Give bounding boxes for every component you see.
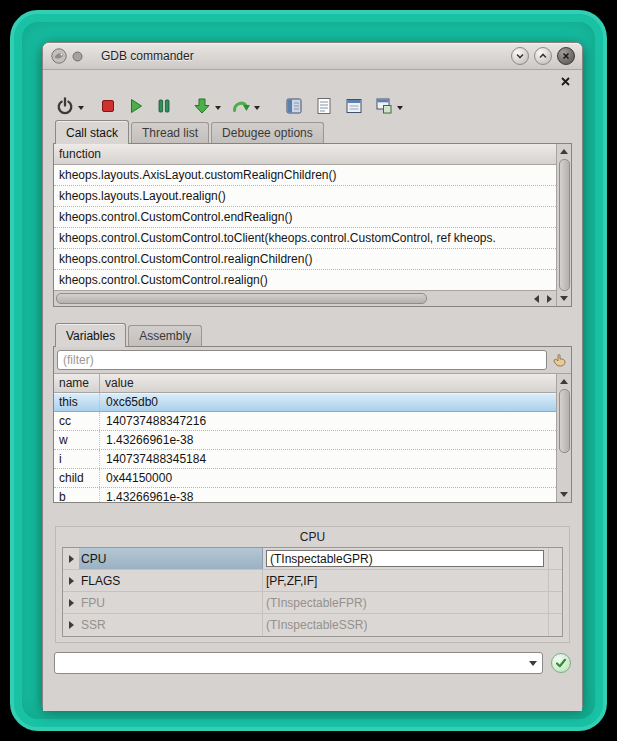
stop-button[interactable] bbox=[98, 94, 118, 118]
cpu-row[interactable]: FLAGS [PF,ZF,IF] bbox=[63, 570, 562, 592]
variable-row[interactable]: b 1.43266961e-38 bbox=[54, 488, 556, 502]
register-group-value: [PF,ZF,IF] bbox=[266, 574, 317, 588]
tab[interactable]: Assembly bbox=[128, 325, 202, 346]
left-arrow-icon bbox=[534, 295, 539, 303]
callstack-row[interactable]: kheops.control.CustomControl.endRealign(… bbox=[54, 207, 556, 228]
filter-options-icon[interactable] bbox=[551, 352, 568, 369]
cpu-row[interactable]: FPU (TInspectableFPR) bbox=[63, 592, 562, 614]
register-group-name[interactable]: SSR bbox=[79, 614, 263, 636]
variables-table-main: name value this 0xc65db0 bbox=[54, 374, 556, 502]
variable-row[interactable]: child 0x44150000 bbox=[54, 469, 556, 488]
register-group-name[interactable]: CPU bbox=[79, 548, 263, 569]
register-group-name[interactable]: FLAGS bbox=[79, 570, 263, 591]
frame-text: kheops.layouts.AxisLayout.customRealignC… bbox=[59, 168, 336, 182]
step-into-dropdown-icon[interactable] bbox=[215, 106, 221, 113]
variable-name: w bbox=[54, 431, 100, 449]
combo-dropdown-button[interactable] bbox=[524, 661, 542, 666]
dock-close-button[interactable] bbox=[559, 75, 572, 88]
show-inspector-button[interactable] bbox=[374, 94, 403, 118]
power-dropdown-icon[interactable] bbox=[78, 106, 84, 113]
command-input[interactable] bbox=[55, 654, 524, 672]
cpu-row[interactable]: CPU (TInspectableGPR) bbox=[63, 548, 562, 570]
scroll-left-button[interactable] bbox=[530, 292, 543, 305]
tab[interactable]: Call stack bbox=[55, 120, 129, 144]
callstack-hscrollbar[interactable] bbox=[54, 290, 556, 306]
scroll-down-button[interactable] bbox=[558, 292, 571, 305]
tab-label: Call stack bbox=[66, 126, 118, 140]
log-window-icon bbox=[284, 96, 304, 116]
titlebar[interactable]: GDB commander bbox=[43, 43, 582, 70]
expand-button[interactable] bbox=[63, 548, 79, 569]
column-header-value[interactable]: value bbox=[100, 374, 556, 392]
expand-arrow-icon bbox=[69, 621, 74, 629]
right-arrow-icon bbox=[547, 295, 552, 303]
register-group-value-cell[interactable]: [PF,ZF,IF] bbox=[263, 570, 548, 591]
variables-vscrollbar[interactable] bbox=[556, 374, 571, 502]
expand-button[interactable] bbox=[63, 592, 79, 613]
column-header-name[interactable]: name bbox=[54, 374, 100, 392]
frame-text: kheops.control.CustomControl.endRealign(… bbox=[59, 210, 292, 224]
variable-row[interactable]: i 140737488345184 bbox=[54, 450, 556, 469]
scroll-down-button[interactable] bbox=[558, 488, 571, 501]
callstack-vscrollbar[interactable] bbox=[556, 144, 571, 306]
register-group-name[interactable]: FPU bbox=[79, 592, 263, 613]
tab-label: Debugee options bbox=[222, 126, 313, 140]
vscroll-thumb[interactable] bbox=[559, 159, 570, 291]
variable-row[interactable]: w 1.43266961e-38 bbox=[54, 431, 556, 450]
app-menu-icon[interactable] bbox=[72, 51, 83, 62]
filter-bar bbox=[54, 347, 571, 373]
expand-button[interactable] bbox=[63, 614, 79, 636]
show-debug-window-button[interactable] bbox=[344, 94, 364, 118]
tab[interactable]: Debugee options bbox=[211, 122, 324, 143]
scroll-up-button[interactable] bbox=[558, 145, 571, 158]
tab[interactable]: Thread list bbox=[131, 122, 209, 143]
show-source-button[interactable] bbox=[314, 94, 334, 118]
expand-arrow-icon bbox=[69, 555, 74, 563]
command-combobox[interactable] bbox=[54, 652, 543, 674]
expand-arrow-icon bbox=[69, 599, 74, 607]
inspector-dropdown-icon[interactable] bbox=[397, 106, 403, 113]
scroll-right-button[interactable] bbox=[543, 292, 556, 305]
pause-button[interactable] bbox=[154, 94, 174, 118]
step-over-dropdown-icon[interactable] bbox=[254, 106, 260, 113]
callstack-row[interactable]: kheops.layouts.AxisLayout.customRealignC… bbox=[54, 165, 556, 186]
variables-panel: name value this 0xc65db0 bbox=[53, 346, 572, 503]
variable-row[interactable]: cc 140737488347216 bbox=[54, 412, 556, 431]
register-group-value-cell[interactable]: (TInspectableSSR) bbox=[263, 614, 548, 636]
filter-input[interactable] bbox=[57, 350, 547, 370]
inspector-window-icon bbox=[374, 96, 394, 116]
power-button[interactable] bbox=[55, 94, 84, 118]
tab[interactable]: Variables bbox=[55, 323, 126, 347]
callstack-row[interactable]: kheops.control.CustomControl.realignChil… bbox=[54, 249, 556, 270]
client-area: Call stack Thread list Debugee options f… bbox=[43, 70, 582, 711]
cpu-row[interactable]: SSR (TInspectableSSR) bbox=[63, 614, 562, 636]
register-group-value-cell[interactable]: (TInspectableFPR) bbox=[263, 592, 548, 613]
down-arrow-icon bbox=[560, 296, 568, 301]
inspector-tabs: Variables Assembly bbox=[53, 323, 572, 346]
show-log-button[interactable] bbox=[284, 94, 304, 118]
callstack-row[interactable]: kheops.control.CustomControl.realign() bbox=[54, 270, 556, 290]
variable-value: 0x44150000 bbox=[100, 469, 556, 487]
hscroll-thumb[interactable] bbox=[56, 293, 427, 304]
app-icon bbox=[50, 47, 68, 65]
register-group-value-cell[interactable]: (TInspectableGPR) bbox=[263, 548, 548, 569]
callstack-row[interactable]: kheops.control.CustomControl.toClient(kh… bbox=[54, 228, 556, 249]
chevron-up-icon bbox=[538, 51, 548, 61]
teal-screen-frame: GDB commander bbox=[10, 10, 607, 731]
step-over-button[interactable] bbox=[231, 94, 260, 118]
shade-button[interactable] bbox=[511, 47, 529, 65]
variable-row[interactable]: this 0xc65db0 bbox=[54, 393, 556, 412]
expand-button[interactable] bbox=[63, 570, 79, 591]
close-button[interactable] bbox=[557, 47, 575, 65]
execute-button[interactable] bbox=[551, 653, 571, 673]
vscroll-thumb[interactable] bbox=[559, 389, 570, 453]
step-into-button[interactable] bbox=[192, 94, 221, 118]
variables-header-row: name value bbox=[54, 374, 556, 393]
step-into-icon bbox=[192, 96, 212, 116]
callstack-row[interactable]: kheops.layouts.Layout.realign() bbox=[54, 186, 556, 207]
chevron-down-icon bbox=[515, 51, 525, 61]
maximize-button[interactable] bbox=[534, 47, 552, 65]
callstack-column-header[interactable]: function bbox=[54, 144, 556, 165]
scroll-up-button[interactable] bbox=[558, 375, 571, 388]
run-button[interactable] bbox=[126, 94, 146, 118]
